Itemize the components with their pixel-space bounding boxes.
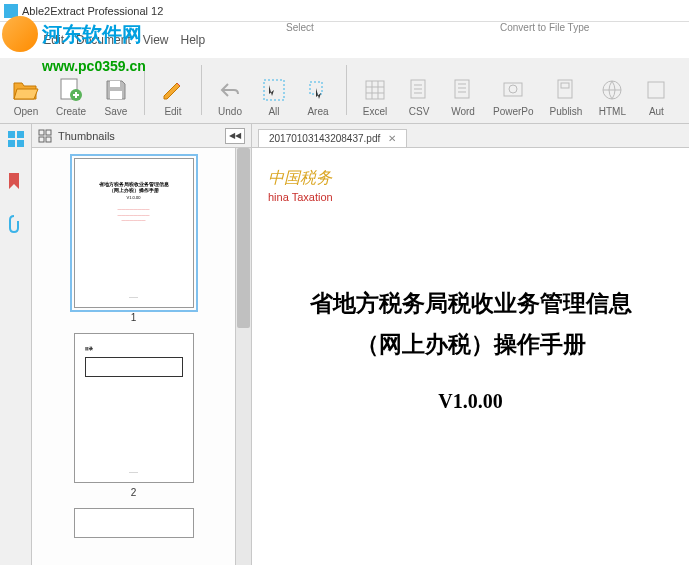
create-icon bbox=[57, 76, 85, 104]
auto-button[interactable]: Aut bbox=[634, 72, 678, 123]
publish-button[interactable]: Publish bbox=[542, 72, 591, 123]
svg-rect-16 bbox=[17, 131, 24, 138]
thumbnails-header: Thumbnails ◀◀ bbox=[32, 124, 251, 148]
document-view[interactable]: 中国税务 hina Taxation 省地方税务局税收业务管理信息 （网上办税）… bbox=[252, 148, 689, 565]
svg-rect-2 bbox=[110, 81, 120, 87]
excel-icon bbox=[361, 76, 389, 104]
save-icon bbox=[102, 76, 130, 104]
svg-rect-14 bbox=[648, 82, 664, 98]
word-button[interactable]: Word bbox=[441, 72, 485, 123]
publish-icon bbox=[552, 76, 580, 104]
close-icon[interactable]: ✕ bbox=[388, 133, 396, 144]
excel-button[interactable]: Excel bbox=[353, 72, 397, 123]
thumbnails-list[interactable]: 省地方税务局税收业务管理信息 （网上办税）操作手册 V1.0.00 ——————… bbox=[32, 148, 235, 565]
menubar: File Edit Document View Help Select Conv… bbox=[0, 22, 689, 58]
svg-rect-18 bbox=[17, 140, 24, 147]
create-button[interactable]: Create bbox=[48, 72, 94, 123]
content-area: Thumbnails ◀◀ 省地方税务局税收业务管理信息 （网上办税）操作手册 … bbox=[0, 124, 689, 565]
thumbnail-item[interactable] bbox=[74, 508, 194, 538]
powerpoint-icon bbox=[499, 76, 527, 104]
app-title: Able2Extract Professional 12 bbox=[22, 5, 163, 17]
svg-rect-22 bbox=[46, 137, 51, 142]
bookmark-icon[interactable] bbox=[7, 172, 25, 190]
thumbnails-icon bbox=[38, 129, 52, 143]
svg-rect-3 bbox=[110, 91, 122, 99]
html-icon bbox=[598, 76, 626, 104]
select-all-icon bbox=[260, 76, 288, 104]
select-all-button[interactable]: All bbox=[252, 72, 296, 123]
menu-file[interactable]: File bbox=[12, 33, 31, 47]
svg-rect-19 bbox=[39, 130, 44, 135]
document-brand: 中国税务 hina Taxation bbox=[268, 168, 673, 203]
section-convert-label: Convert to File Type bbox=[500, 22, 589, 33]
svg-rect-17 bbox=[8, 140, 15, 147]
undo-button[interactable]: Undo bbox=[208, 72, 252, 123]
csv-button[interactable]: CSV bbox=[397, 72, 441, 123]
undo-icon bbox=[216, 76, 244, 104]
document-version: V1.0.00 bbox=[268, 390, 673, 413]
attachment-icon[interactable] bbox=[7, 214, 25, 232]
word-icon bbox=[449, 76, 477, 104]
powerpoint-button[interactable]: PowerPo bbox=[485, 72, 542, 123]
svg-rect-12 bbox=[561, 83, 569, 88]
folder-open-icon bbox=[12, 76, 40, 104]
document-area: 20170103143208437.pdf ✕ 中国税务 hina Taxati… bbox=[252, 124, 689, 565]
save-button[interactable]: Save bbox=[94, 72, 138, 123]
svg-rect-6 bbox=[366, 81, 384, 99]
left-strip bbox=[0, 124, 32, 565]
pencil-icon bbox=[159, 76, 187, 104]
section-select-label: Select bbox=[286, 22, 314, 33]
svg-point-10 bbox=[509, 85, 517, 93]
document-tab[interactable]: 20170103143208437.pdf ✕ bbox=[258, 129, 407, 147]
collapse-button[interactable]: ◀◀ bbox=[225, 128, 245, 144]
csv-icon bbox=[405, 76, 433, 104]
tab-filename: 20170103143208437.pdf bbox=[269, 133, 380, 144]
thumbnails-title: Thumbnails bbox=[58, 130, 115, 142]
grid-view-icon[interactable] bbox=[7, 130, 25, 148]
thumbnails-panel: Thumbnails ◀◀ 省地方税务局税收业务管理信息 （网上办税）操作手册 … bbox=[32, 124, 252, 565]
svg-rect-20 bbox=[46, 130, 51, 135]
menu-edit[interactable]: Edit bbox=[43, 33, 64, 47]
svg-rect-15 bbox=[8, 131, 15, 138]
edit-button[interactable]: Edit bbox=[151, 72, 195, 123]
tab-bar: 20170103143208437.pdf ✕ bbox=[252, 124, 689, 148]
menu-view[interactable]: View bbox=[143, 33, 169, 47]
menu-document[interactable]: Document bbox=[76, 33, 131, 47]
html-button[interactable]: HTML bbox=[590, 72, 634, 123]
app-icon bbox=[4, 4, 18, 18]
document-title: 省地方税务局税收业务管理信息 （网上办税）操作手册 bbox=[268, 283, 673, 366]
open-button[interactable]: Open bbox=[4, 72, 48, 123]
select-area-icon bbox=[304, 76, 332, 104]
select-area-button[interactable]: Area bbox=[296, 72, 340, 123]
toolbar: Open Create Save Edit Undo All Area bbox=[0, 58, 689, 124]
thumbnail-item[interactable]: 目录 ——— 2 bbox=[74, 333, 194, 498]
svg-rect-8 bbox=[455, 80, 469, 98]
thumbnail-item[interactable]: 省地方税务局税收业务管理信息 （网上办税）操作手册 V1.0.00 ——————… bbox=[74, 158, 194, 323]
svg-rect-21 bbox=[39, 137, 44, 142]
auto-icon bbox=[642, 76, 670, 104]
titlebar: Able2Extract Professional 12 bbox=[0, 0, 689, 22]
thumbnails-scrollbar[interactable] bbox=[235, 148, 251, 565]
menu-help[interactable]: Help bbox=[181, 33, 206, 47]
